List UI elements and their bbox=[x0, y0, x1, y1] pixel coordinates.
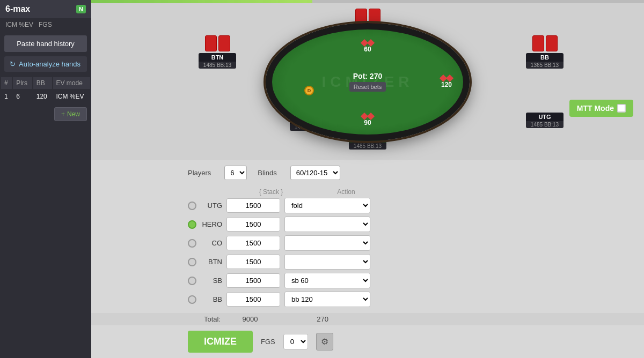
hand-row[interactable]: 16120ICM %EV bbox=[1, 90, 90, 103]
dealer-chip: D bbox=[304, 86, 314, 95]
gear-icon-button[interactable]: ⚙ bbox=[316, 333, 333, 350]
bottom-bar: ICMIZE FGS 012 ⚙ bbox=[91, 325, 644, 358]
player-stack-co[interactable] bbox=[226, 236, 280, 250]
plus-icon: + bbox=[61, 110, 65, 118]
sidebar-badge: N bbox=[76, 5, 86, 13]
col-hash: # bbox=[1, 77, 12, 89]
player-row: HERO foldcallraise bbox=[188, 217, 633, 232]
seat-utg: UTG 1485 BB:13 bbox=[526, 113, 564, 128]
fgs-label: FGS bbox=[261, 338, 275, 346]
player-rows: { Stack } Action UTG fold foldcallraise … bbox=[91, 185, 644, 313]
sidebar-modes: ICM %EV FGS bbox=[0, 18, 91, 31]
new-label: New bbox=[67, 110, 80, 118]
controls-area: Players 6 2345 789 Blinds 60/120-15 100/… bbox=[91, 160, 644, 185]
bet-right: 120 bbox=[441, 76, 452, 88]
totals-label: Total: bbox=[204, 315, 221, 323]
main-content: SB 1425 BB:13 BB 1365 BB:13 UTG 1485 BB:… bbox=[91, 0, 644, 358]
mtt-mode-label: MTT Mode bbox=[577, 104, 614, 113]
blinds-select[interactable]: 60/120-15 100/200200/400 bbox=[290, 166, 340, 180]
players-label: Players bbox=[188, 169, 211, 177]
seat-bb-label: BB bbox=[526, 53, 564, 62]
icmize-button[interactable]: ICMIZE bbox=[188, 331, 253, 353]
paste-hand-history-button[interactable]: Paste hand history bbox=[4, 35, 87, 52]
pot-label: Pot: 270 bbox=[349, 72, 386, 80]
player-stack-utg[interactable] bbox=[226, 198, 280, 213]
player-action-btn[interactable]: foldcallraise bbox=[284, 254, 370, 270]
totals-row: Total: 9000 270 bbox=[188, 313, 644, 325]
player-pos-co: CO bbox=[201, 239, 222, 247]
player-stack-hero[interactable] bbox=[226, 217, 280, 232]
sidebar-title: 6-max bbox=[5, 4, 30, 14]
seat-btn: BTN 1485 BB:13 bbox=[199, 35, 236, 69]
table-area: SB 1425 BB:13 BB 1365 BB:13 UTG 1485 BB:… bbox=[91, 3, 644, 160]
player-pos-sb: SB bbox=[201, 277, 222, 285]
col-bb: BB bbox=[33, 77, 52, 89]
seat-hj-stack: 1485 BB:13 bbox=[349, 143, 386, 150]
player-pos-bb: BB bbox=[201, 295, 222, 303]
player-pos-utg: UTG bbox=[201, 202, 222, 210]
player-radio-co[interactable] bbox=[188, 239, 196, 248]
seat-btn-label: BTN bbox=[199, 53, 236, 62]
player-action-co[interactable]: foldcallraise bbox=[284, 235, 370, 251]
card-sb-2 bbox=[369, 9, 380, 25]
player-row: CO foldcallraise bbox=[188, 235, 633, 251]
player-action-sb[interactable]: sb 60 foldcallraise bbox=[284, 273, 370, 288]
player-row: BTN foldcallraise bbox=[188, 254, 633, 270]
player-radio-sb[interactable] bbox=[188, 277, 196, 285]
col-plrs: Plrs bbox=[13, 77, 32, 89]
bet-bottom: 90 bbox=[362, 114, 374, 126]
totals-stack: 9000 bbox=[221, 315, 280, 323]
player-action-bb[interactable]: bb 120 foldcallraise bbox=[284, 292, 370, 307]
seat-utg-stack: 1485 BB:13 bbox=[526, 121, 564, 128]
player-pos-btn: BTN bbox=[201, 258, 222, 266]
hands-table: # Plrs BB EV mode 16120ICM %EV bbox=[0, 76, 91, 104]
auto-analyze-label: Auto-analyze hands bbox=[19, 60, 80, 68]
pot-info: Pot: 270 Reset bets bbox=[349, 72, 386, 92]
card-sb-1 bbox=[355, 9, 367, 25]
auto-analyze-button[interactable]: ↻ Auto-analyze hands bbox=[4, 56, 87, 72]
row-headers: { Stack } Action bbox=[188, 188, 633, 196]
mode-fgs[interactable]: FGS bbox=[39, 21, 52, 28]
card-bb-1 bbox=[532, 35, 544, 51]
player-row: SB sb 60 foldcallraise bbox=[188, 273, 633, 288]
player-stack-btn[interactable] bbox=[226, 255, 280, 269]
player-stack-sb[interactable] bbox=[226, 273, 280, 288]
new-hand-button[interactable]: + New bbox=[54, 107, 87, 121]
sidebar-header: 6-max N bbox=[0, 0, 91, 18]
player-radio-bb[interactable] bbox=[188, 295, 196, 304]
seat-bb-stack: 1365 BB:13 bbox=[526, 62, 564, 69]
totals-action: 270 bbox=[280, 315, 365, 323]
player-radio-btn[interactable] bbox=[188, 258, 196, 266]
player-rows-list: UTG fold foldcallraise HERO foldcallrais… bbox=[188, 198, 633, 307]
col-evmode: EV mode bbox=[53, 77, 91, 89]
seat-btn-stack: 1485 BB:13 bbox=[199, 62, 236, 69]
card-bb-2 bbox=[546, 35, 558, 51]
player-action-utg[interactable]: fold foldcallraise bbox=[284, 198, 370, 213]
refresh-icon: ↻ bbox=[10, 60, 16, 68]
mtt-checkbox[interactable] bbox=[617, 104, 626, 113]
players-select[interactable]: 6 2345 789 bbox=[224, 166, 247, 180]
player-pos-hero: HERO bbox=[201, 220, 222, 228]
player-row: UTG fold foldcallraise bbox=[188, 198, 633, 213]
poker-table: ICMIZER D 60 120 bbox=[266, 23, 470, 141]
mtt-mode-button[interactable]: MTT Mode bbox=[569, 100, 633, 117]
player-row: BB bb 120 foldcallraise bbox=[188, 292, 633, 307]
stack-header: { Stack } bbox=[239, 188, 303, 196]
reset-bets-button[interactable]: Reset bets bbox=[349, 82, 386, 92]
player-radio-utg[interactable] bbox=[188, 202, 196, 210]
player-radio-hero[interactable] bbox=[188, 220, 196, 229]
card-btn-1 bbox=[205, 35, 217, 51]
player-stack-bb[interactable] bbox=[226, 292, 280, 307]
seat-bb: BB 1365 BB:13 bbox=[526, 35, 564, 69]
card-btn-2 bbox=[218, 35, 230, 51]
bet-top: 60 bbox=[362, 40, 374, 53]
action-header: Action bbox=[303, 188, 389, 196]
seat-utg-label: UTG bbox=[526, 113, 564, 121]
mode-icm[interactable]: ICM %EV bbox=[5, 21, 33, 28]
player-action-hero[interactable]: foldcallraise bbox=[284, 217, 370, 232]
sidebar: 6-max N ICM %EV FGS Paste hand history ↻… bbox=[0, 0, 91, 358]
blinds-label: Blinds bbox=[258, 169, 276, 177]
fgs-select[interactable]: 012 bbox=[283, 334, 308, 349]
